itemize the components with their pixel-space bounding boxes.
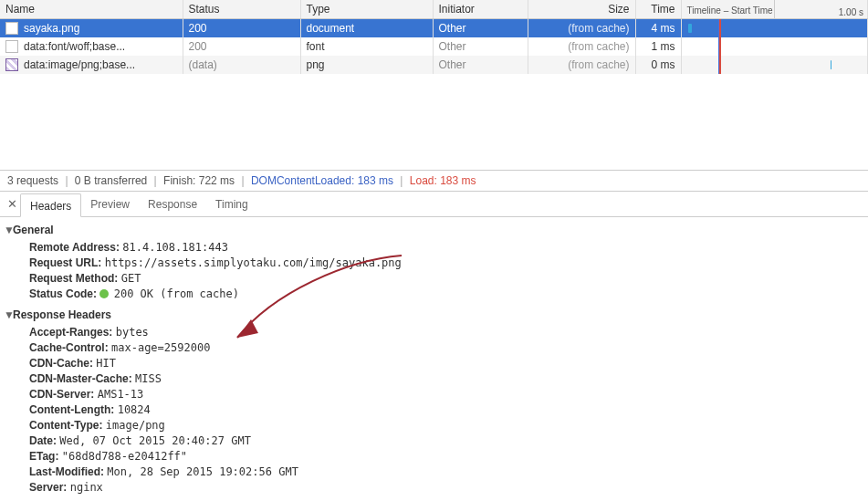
row-type: png	[307, 58, 325, 71]
kv-response-header: Content-Length: 10824	[29, 402, 868, 418]
disclosure-triangle-icon: ▼	[4, 223, 13, 238]
timeline-title: Timeline – Start Time	[687, 2, 773, 19]
kv-response-header: Content-Type: image/png	[29, 418, 868, 433]
row-name: data:image/png;base...	[24, 58, 135, 71]
tab-response[interactable]: Response	[139, 193, 206, 216]
kv-request-method: Request Method: GET	[29, 271, 868, 287]
kv-response-header: ETag: "68d8d788-e20412ff"	[29, 449, 868, 464]
kv-response-header: Server: nginx	[29, 480, 868, 496]
row-timeline	[687, 37, 863, 56]
row-time: 1 ms	[651, 40, 675, 53]
col-header-name[interactable]: Name	[0, 0, 183, 19]
kv-response-header: Accept-Ranges: bytes	[29, 325, 868, 340]
row-size: (from cache)	[568, 22, 629, 35]
detail-tabs: ✕ HeadersPreviewResponseTiming	[0, 192, 868, 217]
row-initiator: Other	[439, 40, 466, 53]
section-response-headers[interactable]: ▼Response Headers	[4, 308, 868, 323]
row-name: data:font/woff;base...	[24, 40, 125, 53]
status-dot-icon	[99, 289, 109, 298]
close-icon[interactable]: ✕	[4, 197, 20, 211]
status-finish: Finish: 722 ms	[163, 174, 235, 187]
row-status: 200	[189, 40, 207, 53]
row-time: 0 ms	[651, 58, 675, 71]
row-timeline	[687, 56, 863, 74]
table-row[interactable]: data:font/woff;base...200fontOther(from …	[0, 37, 868, 56]
row-initiator: Other	[439, 58, 466, 71]
status-bar: 3 requests | 0 B transferred | Finish: 7…	[0, 171, 868, 192]
kv-response-header: CDN-Server: AMS1-13	[29, 387, 868, 402]
table-row[interactable]: sayaka.png200documentOther(from cache)4 …	[0, 19, 868, 38]
col-header-initiator[interactable]: Initiator	[433, 0, 528, 19]
row-size: (from cache)	[568, 58, 629, 71]
file-icon	[5, 40, 18, 53]
status-transferred: 0 B transferred	[75, 174, 147, 187]
row-type: document	[307, 22, 355, 35]
file-icon	[5, 22, 18, 35]
network-table: Name Status Type Initiator Size Time Tim…	[0, 0, 868, 171]
tab-headers[interactable]: Headers	[20, 193, 81, 217]
row-timeline	[687, 19, 863, 37]
file-icon	[5, 58, 18, 71]
col-header-timeline[interactable]: Timeline – Start Time 1.00 s	[681, 0, 868, 19]
kv-response-header: Cache-Control: max-age=2592000	[29, 340, 868, 356]
table-row[interactable]: data:image/png;base...(data)pngOther(fro…	[0, 56, 868, 74]
disclosure-triangle-icon: ▼	[4, 308, 13, 323]
kv-response-header: CDN-Master-Cache: MISS	[29, 371, 868, 387]
status-load: Load: 183 ms	[410, 174, 476, 187]
kv-response-header: Last-Modified: Mon, 28 Sep 2015 19:02:56…	[29, 464, 868, 480]
row-status: 200	[189, 22, 207, 35]
section-general[interactable]: ▼General	[4, 223, 868, 238]
status-domcontentloaded: DOMContentLoaded: 183 ms	[251, 174, 393, 187]
tab-preview[interactable]: Preview	[81, 193, 139, 216]
col-header-size[interactable]: Size	[528, 0, 635, 19]
table-header-row: Name Status Type Initiator Size Time Tim…	[0, 0, 868, 19]
tab-timing[interactable]: Timing	[206, 193, 257, 216]
timeline-end: 1.00 s	[839, 4, 863, 19]
col-header-time[interactable]: Time	[635, 0, 681, 19]
col-header-type[interactable]: Type	[300, 0, 433, 19]
kv-response-header: CDN-Cache: HIT	[29, 356, 868, 371]
kv-response-header: Date: Wed, 07 Oct 2015 20:40:27 GMT	[29, 433, 868, 449]
row-type: font	[307, 40, 325, 53]
row-name: sayaka.png	[24, 22, 79, 35]
detail-body: ▼General Remote Address: 81.4.108.181:44…	[0, 217, 868, 496]
col-header-status[interactable]: Status	[183, 0, 300, 19]
row-initiator: Other	[439, 22, 466, 35]
row-time: 4 ms	[651, 22, 675, 35]
kv-remote-address: Remote Address: 81.4.108.181:443	[29, 240, 868, 256]
row-status: (data)	[189, 58, 217, 71]
row-size: (from cache)	[568, 40, 629, 53]
kv-request-url: Request URL: https://assets.simplyotaku.…	[29, 256, 868, 271]
status-requests: 3 requests	[7, 174, 58, 187]
kv-status-code: Status Code: 200 OK (from cache)	[29, 287, 868, 302]
